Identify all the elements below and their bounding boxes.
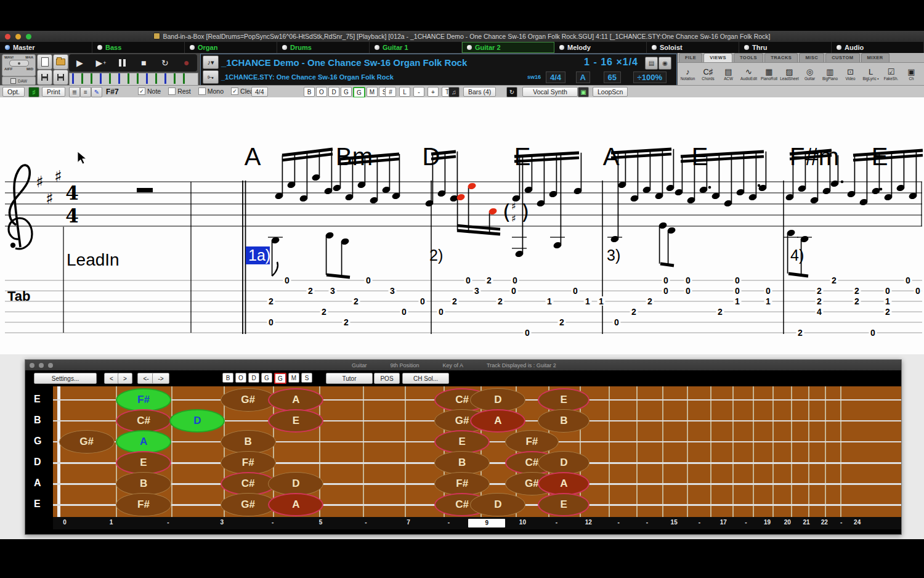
fret-note-gs-s0f4[interactable]: G#	[221, 388, 276, 412]
fret-note-e-s2f9[interactable]: E	[434, 430, 490, 454]
symbol-#-0[interactable]: #	[385, 87, 396, 97]
view-button-fakesh[interactable]: ☑FakeSh.	[881, 63, 901, 85]
print-button[interactable]: Print	[42, 87, 65, 97]
fret-next-button[interactable]: >	[118, 373, 132, 384]
track-tab-master[interactable]: Master	[0, 42, 92, 53]
track-letter-g-4[interactable]: G	[353, 87, 365, 98]
meter-button[interactable]: 4/4	[251, 87, 268, 97]
ribbon-tab-mixer[interactable]: MIXER	[861, 53, 890, 62]
track-tab-organ[interactable]: Organ	[185, 42, 277, 53]
symbol---2[interactable]: -	[413, 87, 424, 97]
fret-note-b-s3f9[interactable]: B	[434, 451, 490, 474]
fret-note-b-s1f12[interactable]: B	[538, 409, 590, 433]
open-song-button[interactable]	[53, 54, 68, 70]
tutor-button[interactable]: Tutor	[326, 373, 373, 384]
zoom-display[interactable]: ÷100%	[633, 71, 667, 83]
play-button[interactable]: ▶	[71, 56, 88, 70]
fret-note-fs-s3f4[interactable]: F#	[221, 451, 276, 474]
fret-note-gs-s5f4[interactable]: G#	[221, 493, 276, 516]
fret-track-letter-m-5[interactable]: M	[288, 373, 299, 383]
ribbon-tab-tools[interactable]: TOOLS	[734, 53, 763, 62]
daw-toggle[interactable]: DAW	[2, 76, 36, 85]
staff-view-icon[interactable]: ≣	[69, 87, 80, 97]
fret-note-d-s0f10[interactable]: D	[470, 388, 525, 412]
fret-note-cs-s1f2[interactable]: C#	[116, 409, 171, 433]
new-song-button[interactable]	[37, 54, 52, 70]
fretboard-titlebar[interactable]: Guitar 9th Position Key of A Track Displ…	[25, 360, 901, 370]
fret-note-fs-s0f2[interactable]: F#	[116, 388, 171, 412]
view-button-pianoroll[interactable]: ▦PianoRoll	[759, 63, 779, 85]
loop-screen-icon[interactable]: ▣	[578, 87, 589, 97]
track-tab-audio[interactable]: Audio	[832, 42, 924, 53]
fret-note-d-s3f12[interactable]: D	[538, 451, 590, 474]
ribbon-tab-tracks[interactable]: TRACKS	[764, 53, 798, 62]
fret-note-d-s1f3[interactable]: D	[169, 409, 225, 433]
pause-button[interactable]	[114, 56, 131, 70]
fret-note-a-s4f12[interactable]: A	[538, 472, 590, 495]
fret-note-gs-s2f1[interactable]: G#	[59, 430, 115, 454]
fret-note-e-s5f12[interactable]: E	[538, 493, 590, 516]
fret-close-button[interactable]	[30, 363, 34, 368]
view-button-notation[interactable]: ♪Notation	[678, 63, 698, 85]
ribbon-tab-misc[interactable]: MISC	[799, 53, 824, 62]
view-button-audioedit[interactable]: ∿AudioEdit	[739, 63, 759, 85]
audio-format-panel[interactable]: WAV/M4A AIFFMID	[2, 54, 36, 76]
view-button-bigpiano[interactable]: ▥BigPiano	[820, 63, 840, 85]
fret-track-letter-o-1[interactable]: O	[235, 373, 246, 383]
fret-track-letter-s-6[interactable]: S	[301, 373, 312, 383]
fret-note-fs-s5f2[interactable]: F#	[116, 493, 171, 516]
ribbon-tab-views[interactable]: VIEWS	[703, 53, 732, 62]
format-selector[interactable]	[9, 60, 29, 67]
fretboard[interactable]: F#G#AC#DEC#DEG#ABG#ABEF#EF#BC#DBC#DF#G#A…	[53, 386, 901, 517]
key-display[interactable]: A	[576, 71, 590, 83]
view-button-acw[interactable]: ▤ACW	[718, 63, 739, 85]
view-button-biglyric[interactable]: LBigLyric •	[861, 63, 881, 85]
fret-note-a-s5f5[interactable]: A	[268, 493, 323, 516]
track-tab-melody[interactable]: Melody	[554, 42, 647, 53]
copy-icon[interactable]: ▤	[645, 57, 658, 70]
view-button-ch[interactable]: ▣Ch	[901, 63, 922, 85]
track-letter-d-2[interactable]: D	[328, 87, 339, 97]
fret-note-a-s0f5[interactable]: A	[268, 388, 323, 412]
fret-note-a-s2f2[interactable]: A	[116, 430, 171, 454]
view-button-guitar[interactable]: ◎Guitar	[800, 63, 820, 85]
style-name[interactable]: _1CHANCE.STY: One Chance Sw-16 Organ Fol…	[221, 73, 394, 81]
fret-settings-button[interactable]: Settings...	[34, 373, 97, 384]
fret-note-b-s2f4[interactable]: B	[221, 430, 276, 454]
song-menu-button[interactable]: ♪▾	[203, 55, 219, 69]
loop-screen-button[interactable]: LoopScn	[593, 87, 628, 97]
track-tab-guitar-1[interactable]: Guitar 1	[370, 42, 462, 53]
fret-jump-fwd-button[interactable]: ->	[152, 373, 169, 384]
pos-button[interactable]: POS	[374, 373, 400, 384]
track-letter-b-0[interactable]: B	[304, 87, 315, 97]
fret-track-letter-b-0[interactable]: B	[222, 373, 233, 383]
fret-note-fs-s4f9[interactable]: F#	[434, 472, 490, 495]
time-signature-display[interactable]: 4/4	[546, 71, 565, 83]
notation-mode-icon[interactable]: ♯	[28, 87, 39, 97]
checkbox-note[interactable]: ✓Note	[138, 88, 161, 95]
loop-section-icon[interactable]: ↻	[506, 87, 517, 97]
view-button-chords[interactable]: C♯Chords	[698, 63, 718, 85]
tempo-display[interactable]: 65	[604, 71, 621, 83]
checkbox-mono[interactable]: Mono	[198, 88, 224, 95]
notation-options-button[interactable]: Opt.	[2, 87, 25, 97]
view-button-leadsheet[interactable]: ▨LeadSheet	[779, 63, 800, 85]
fret-minimize-button[interactable]	[39, 363, 44, 368]
save-song-button[interactable]	[37, 70, 52, 85]
track-letter-m-5[interactable]: M	[367, 87, 378, 97]
chorus-loop-display[interactable]: 1 - 16 ×1/4	[584, 57, 638, 68]
ch-sol-button[interactable]: CH Sol...	[402, 373, 449, 384]
fret-note-fs-s2f11[interactable]: F#	[505, 430, 559, 454]
staff-roll-icon[interactable]: ≡	[80, 87, 91, 97]
fret-note-d-s4f5[interactable]: D	[268, 472, 323, 495]
fret-track-letter-d-2[interactable]: D	[248, 373, 259, 383]
fret-track-letter-g-3[interactable]: G	[261, 373, 272, 383]
track-tab-thru[interactable]: Thru	[739, 42, 832, 53]
fret-note-e-s0f12[interactable]: E	[538, 388, 590, 412]
symbol-+-3[interactable]: +	[428, 87, 439, 97]
fret-note-b-s4f2[interactable]: B	[116, 472, 171, 495]
save-as-button[interactable]	[53, 70, 68, 85]
view-button-video[interactable]: ⊡Video	[840, 63, 861, 85]
checkbox-rest[interactable]: Rest	[168, 88, 191, 95]
guitar-track-icon[interactable]: ♫	[448, 87, 460, 97]
